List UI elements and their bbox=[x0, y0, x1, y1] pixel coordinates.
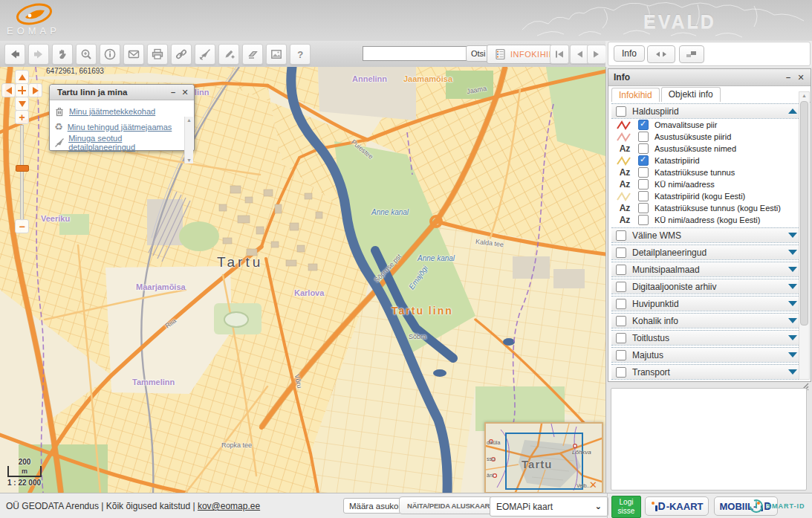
chevron-down-icon[interactable] bbox=[788, 335, 797, 340]
zoom-slider-track[interactable] bbox=[20, 125, 24, 221]
link-button[interactable] bbox=[171, 44, 192, 65]
chevron-down-icon[interactable] bbox=[788, 369, 797, 375]
group-label: Digitaaljooniste arhiiv bbox=[632, 282, 782, 292]
group-checkbox[interactable] bbox=[616, 367, 626, 378]
toggle-basemap-button[interactable]: NÄITA/PEIDA ALUSKAART bbox=[399, 496, 502, 514]
measure-button[interactable] bbox=[195, 44, 215, 65]
layer-group-kohalik-info[interactable]: Kohalik info bbox=[611, 313, 803, 328]
chevron-down-icon[interactable] bbox=[788, 301, 797, 306]
pan-left-button[interactable] bbox=[1, 83, 16, 97]
list-item[interactable]: ♻ Minu tehingud jäätmejaamas bbox=[54, 119, 183, 135]
group-checkbox[interactable] bbox=[616, 333, 626, 343]
panel-scrollbar[interactable]: ▲ bbox=[799, 91, 810, 380]
print-button[interactable] bbox=[147, 44, 168, 65]
layer-label: Omavalitsuse piir bbox=[655, 120, 717, 129]
window-title: Tartu linn ja mina bbox=[54, 88, 166, 97]
chevron-down-icon[interactable] bbox=[788, 250, 797, 255]
my-waste-station-transactions-link[interactable]: Minu tehingud jäätmejaamas bbox=[68, 123, 172, 132]
group-checkbox[interactable] bbox=[616, 282, 626, 292]
pan-center-button[interactable] bbox=[15, 83, 29, 97]
layer-checkbox[interactable] bbox=[638, 203, 649, 213]
list-item[interactable]: Minu jäätmetekkekohad bbox=[54, 103, 183, 119]
id-card-login-button[interactable]: D-KAART bbox=[645, 496, 709, 516]
pan-down-button[interactable] bbox=[15, 97, 29, 111]
group-checkbox[interactable] bbox=[616, 106, 626, 117]
pan-hand-button[interactable] bbox=[52, 44, 73, 65]
my-waste-sites-link[interactable]: Minu jäätmetekkekohad bbox=[69, 107, 155, 116]
zoom-in-button[interactable]: + bbox=[15, 110, 29, 124]
chevron-down-icon[interactable] bbox=[788, 318, 797, 323]
close-button[interactable]: ✕ bbox=[796, 73, 805, 82]
layer-checkbox[interactable] bbox=[638, 143, 649, 154]
layer-label: KÜ nimi/aadress bbox=[655, 180, 715, 189]
email-link[interactable]: kov@eomap.ee bbox=[198, 501, 260, 511]
map-canvas[interactable]: Tartu Tartu linn Veeriku Supilinn Anneli… bbox=[0, 67, 605, 493]
info-window-titlebar[interactable]: Info – ✕ bbox=[608, 69, 811, 86]
pan-up-button[interactable] bbox=[15, 70, 29, 84]
minimap-toggle-icon[interactable]: ✕ bbox=[589, 479, 597, 491]
layer-checkbox[interactable] bbox=[638, 191, 649, 201]
layer-checkbox[interactable] bbox=[638, 167, 649, 178]
window-titlebar[interactable]: Tartu linn ja mina – ✕ bbox=[50, 85, 194, 100]
layer-checkbox[interactable] bbox=[638, 215, 649, 225]
search-input[interactable] bbox=[363, 46, 468, 61]
layer-group-halduspiirid[interactable]: Halduspiirid bbox=[611, 103, 803, 119]
panel-layout-button[interactable] bbox=[679, 45, 704, 63]
back-button[interactable] bbox=[4, 44, 25, 65]
layer-group-valine-wms[interactable]: Väline WMS bbox=[611, 227, 803, 243]
tab-objekti-info[interactable]: Objekti info bbox=[661, 87, 721, 102]
footer-divider bbox=[607, 493, 608, 518]
layer-group-huvipunktid[interactable]: Huvipunktid bbox=[611, 296, 803, 311]
forward-button[interactable] bbox=[28, 44, 49, 65]
group-checkbox[interactable] bbox=[616, 247, 626, 258]
group-checkbox[interactable] bbox=[616, 230, 626, 241]
layer-group-digitaaljooniste-arhiiv[interactable]: Digitaaljooniste arhiiv bbox=[611, 279, 803, 294]
first-extent-button[interactable] bbox=[550, 45, 569, 64]
erase-button[interactable] bbox=[242, 44, 263, 65]
login-button[interactable]: Logi sisse bbox=[611, 496, 641, 518]
panel-collapse-arrows-button[interactable] bbox=[647, 45, 675, 63]
next-extent-button[interactable] bbox=[587, 45, 606, 64]
layer-group-munitsipaalmaad[interactable]: Munitsipaalmaad bbox=[611, 262, 803, 277]
overview-minimap[interactable]: Tartu diküla Lõhkva ssu äni Veib... ✕ bbox=[484, 422, 603, 493]
pan-right-button[interactable] bbox=[28, 83, 42, 97]
chevron-down-icon[interactable] bbox=[788, 267, 797, 272]
close-button[interactable]: ✕ bbox=[181, 88, 189, 97]
zoom-out-button[interactable]: − bbox=[15, 219, 29, 233]
layer-checkbox[interactable] bbox=[638, 155, 649, 166]
layer-checkbox[interactable] bbox=[638, 120, 649, 130]
layer-group-detailplaneeringud[interactable]: Detailplaneeringud bbox=[611, 245, 803, 260]
minimize-button[interactable]: – bbox=[169, 88, 178, 97]
zigzag-red-icon bbox=[617, 120, 633, 130]
group-checkbox[interactable] bbox=[616, 316, 626, 326]
help-button[interactable]: ? bbox=[290, 44, 311, 65]
draw-button[interactable] bbox=[218, 44, 239, 65]
my-detail-plans-link[interactable]: Minuga seotud detailplaneeringud bbox=[68, 134, 183, 152]
group-checkbox[interactable] bbox=[616, 299, 626, 309]
chevron-up-icon[interactable] bbox=[788, 109, 797, 114]
snapshot-image-button[interactable] bbox=[266, 44, 287, 65]
group-checkbox[interactable] bbox=[616, 265, 626, 275]
minimize-button[interactable]: – bbox=[784, 73, 793, 82]
basemap-select[interactable]: EOMAPi kaart ⌄ bbox=[490, 496, 608, 517]
layer-checkbox[interactable] bbox=[638, 179, 649, 190]
group-checkbox[interactable] bbox=[616, 350, 626, 360]
window-scrollbar[interactable]: ▲ ▼ bbox=[184, 117, 193, 164]
zoom-slider-handle[interactable] bbox=[16, 165, 29, 172]
smart-id-label: SMART-ID bbox=[767, 502, 805, 510]
identify-info-button[interactable] bbox=[100, 44, 120, 65]
info-panel-button[interactable]: Info bbox=[614, 45, 645, 62]
chevron-down-icon[interactable] bbox=[788, 233, 797, 238]
chevron-down-icon[interactable] bbox=[788, 284, 797, 289]
layer-group-majutus[interactable]: Majutus bbox=[611, 347, 803, 363]
tab-infokihid[interactable]: Infokihid bbox=[611, 88, 660, 103]
layer-group-transport[interactable]: Transport bbox=[611, 364, 803, 380]
layer-group-toitlustus[interactable]: Toitlustus bbox=[611, 330, 803, 346]
chevron-down-icon[interactable] bbox=[788, 352, 797, 357]
scrollbar-thumb[interactable] bbox=[800, 101, 808, 326]
layer-checkbox[interactable] bbox=[638, 132, 649, 142]
email-button[interactable] bbox=[123, 44, 144, 65]
zoom-button[interactable] bbox=[76, 44, 97, 65]
smart-id-login-button[interactable]: SMART-ID bbox=[749, 498, 811, 514]
list-item[interactable]: Minuga seotud detailplaneeringud bbox=[54, 135, 183, 150]
